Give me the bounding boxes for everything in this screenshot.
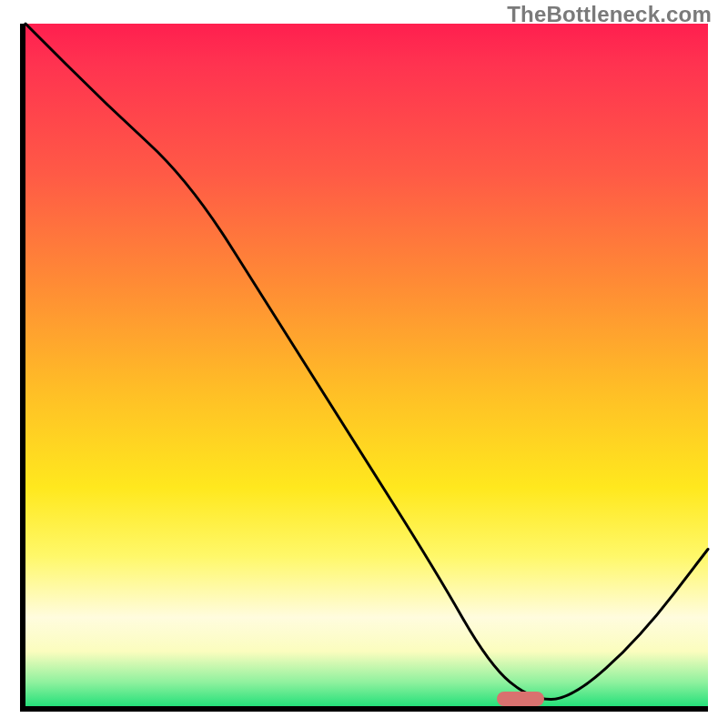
plot-area (20, 24, 708, 712)
curve-path (25, 24, 708, 699)
chart-container: TheBottleneck.com (0, 0, 728, 728)
line-series (25, 24, 708, 706)
optimum-marker (497, 692, 544, 706)
